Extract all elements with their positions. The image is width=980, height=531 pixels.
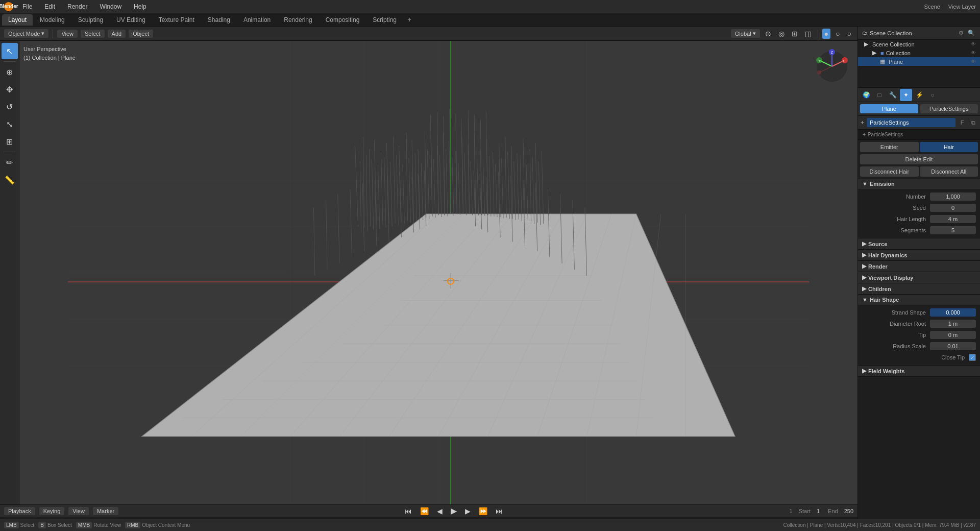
transform-tool[interactable]: ⊞ [2, 133, 18, 150]
solid-mode[interactable]: ● [822, 29, 830, 39]
hair-length-row: Hair Length 4 m [858, 213, 980, 225]
hair-dynamics-header[interactable]: ▶ Hair Dynamics [858, 250, 980, 260]
render-mode[interactable]: ○ [845, 29, 853, 39]
workspace-tabs: Layout Modeling Sculpting UV Editing Tex… [0, 13, 980, 27]
next-frame-btn[interactable]: ⏩ [477, 506, 489, 516]
prop-tab-object[interactable]: □ [873, 89, 886, 101]
strand-shape-value[interactable]: 0.000 [930, 308, 976, 317]
field-weights-header[interactable]: ▶ Field Weights [858, 366, 980, 376]
tab-rendering[interactable]: Rendering [278, 14, 318, 26]
select-menu[interactable]: Select [81, 30, 105, 38]
timeline-playback-menu[interactable]: Playback [4, 507, 35, 515]
add-workspace-tab[interactable]: + [404, 14, 415, 26]
close-tip-checkbox[interactable]: ✓ [969, 354, 976, 361]
menu-render[interactable]: Render [64, 2, 90, 11]
diameter-root-value[interactable]: 1 m [930, 320, 976, 328]
plane-visibility[interactable]: 👁 [971, 59, 976, 64]
hair-length-value[interactable]: 4 m [930, 215, 976, 223]
seed-value[interactable]: 0 [930, 204, 976, 212]
jump-end-btn[interactable]: ⏭ [494, 506, 505, 516]
overlay-toggle[interactable]: ⊞ [790, 29, 800, 39]
scale-tool[interactable]: ⤡ [2, 116, 18, 132]
children-header[interactable]: ▶ Children [858, 283, 980, 294]
start-value[interactable]: 1 [817, 508, 820, 514]
prop-tab-physics[interactable]: ⚡ [913, 89, 925, 101]
viewport-display-header[interactable]: ▶ Viewport Display [858, 272, 980, 283]
outliner-collection[interactable]: ▶ ■ Collection 👁 [858, 49, 980, 57]
particle-settings-btn[interactable]: ParticleSettings [920, 104, 978, 113]
snap-icon[interactable]: ⊙ [763, 29, 773, 39]
mode-select-dropdown[interactable]: Object Mode ▾ [4, 29, 48, 38]
main-viewport[interactable]: User Perspective (1) Collection | Plane … [19, 41, 857, 504]
blender-logo: Blender [4, 2, 13, 11]
tab-modeling[interactable]: Modeling [34, 14, 71, 26]
visibility-icon[interactable]: 👁 [971, 41, 976, 47]
global-dropdown[interactable]: Global ▾ [731, 29, 760, 38]
tab-uv-editing[interactable]: UV Editing [110, 14, 152, 26]
next-keyframe-btn[interactable]: ▶ [463, 506, 473, 516]
menu-edit[interactable]: Edit [41, 2, 58, 11]
source-header[interactable]: ▶ Source [858, 238, 980, 249]
source-label: Source [868, 241, 887, 247]
xray-toggle[interactable]: ◫ [803, 29, 814, 39]
hair-tab[interactable]: Hair [920, 142, 978, 152]
prop-tab-modifier[interactable]: 🔧 [887, 89, 899, 101]
select-tool[interactable]: ↖ [2, 43, 18, 59]
particle-name-input[interactable] [867, 118, 955, 127]
emission-header[interactable]: ▼ Emission [858, 179, 980, 189]
measure-tool[interactable]: 📏 [2, 172, 18, 188]
add-menu[interactable]: Add [108, 30, 126, 38]
move-tool[interactable]: ✥ [2, 81, 18, 98]
tab-compositing[interactable]: Compositing [320, 14, 366, 26]
prop-tab-particles[interactable]: ✦ [900, 89, 912, 101]
jump-start-btn[interactable]: ⏮ [403, 506, 414, 516]
emitter-tab[interactable]: Emitter [860, 142, 919, 152]
view-menu[interactable]: View [57, 30, 78, 38]
hair-shape-header[interactable]: ▼ Hair Shape [858, 295, 980, 305]
rotate-tool[interactable]: ↺ [2, 99, 18, 115]
menu-window[interactable]: Window [96, 2, 125, 11]
cursor-tool[interactable]: ⊕ [2, 64, 18, 80]
prev-frame-btn[interactable]: ⏪ [418, 506, 431, 516]
menu-help[interactable]: Help [131, 2, 150, 11]
tab-shading[interactable]: Shading [202, 14, 236, 26]
disconnect-hair-btn[interactable]: Disconnect Hair [860, 166, 919, 177]
play-btn[interactable]: ▶ [449, 505, 459, 517]
tab-scripting[interactable]: Scripting [366, 14, 403, 26]
collection-visibility[interactable]: 👁 [971, 50, 976, 56]
disconnect-all-btn[interactable]: Disconnect All [920, 166, 978, 177]
object-menu[interactable]: Object [129, 30, 153, 38]
material-mode[interactable]: ○ [834, 29, 842, 39]
prev-keyframe-btn[interactable]: ◀ [435, 506, 445, 516]
outliner-filter-icon[interactable]: ⚙ [957, 29, 966, 38]
orientation-gizmo[interactable]: X Y Z [812, 46, 852, 87]
tip-value[interactable]: 0 m [930, 331, 976, 339]
timeline-view-menu[interactable]: View [68, 507, 89, 515]
plane-btn[interactable]: Plane [860, 104, 918, 113]
number-row: Number 1,000 [858, 191, 980, 202]
outliner-scene-collection[interactable]: ▶ Scene Collection 👁 [858, 40, 980, 49]
top-menu-bar: Blender File Edit Render Window Help Sce… [0, 0, 980, 13]
segments-value[interactable]: 5 [930, 226, 976, 234]
proportional-edit-icon[interactable]: ◎ [776, 29, 787, 39]
radius-scale-value[interactable]: 0.01 [930, 342, 976, 350]
emitter-hair-tabs: Emitter Hair [860, 142, 978, 152]
timeline-keying-menu[interactable]: Keying [39, 507, 65, 515]
end-value[interactable]: 250 [844, 508, 853, 514]
copy-btn[interactable]: ⧉ [969, 118, 978, 127]
fake-user-btn[interactable]: F [958, 118, 967, 127]
timeline-marker-menu[interactable]: Marker [93, 507, 118, 515]
menu-file[interactable]: File [19, 2, 35, 11]
outliner-plane[interactable]: ▦ Plane 👁 [858, 57, 980, 66]
tab-texture-paint[interactable]: Texture Paint [153, 14, 201, 26]
tab-sculpting[interactable]: Sculpting [72, 14, 109, 26]
render-header[interactable]: ▶ Render [858, 261, 980, 272]
tab-layout[interactable]: Layout [2, 14, 33, 26]
prop-tab-scene[interactable]: 🌍 [860, 89, 872, 101]
tab-animation[interactable]: Animation [237, 14, 277, 26]
delete-edit-btn[interactable]: Delete Edit [860, 154, 978, 164]
prop-tab-material[interactable]: ○ [926, 89, 939, 101]
outliner-search-icon[interactable]: 🔍 [967, 29, 976, 38]
number-value[interactable]: 1,000 [930, 192, 976, 201]
annotate-tool[interactable]: ✏ [2, 154, 18, 171]
